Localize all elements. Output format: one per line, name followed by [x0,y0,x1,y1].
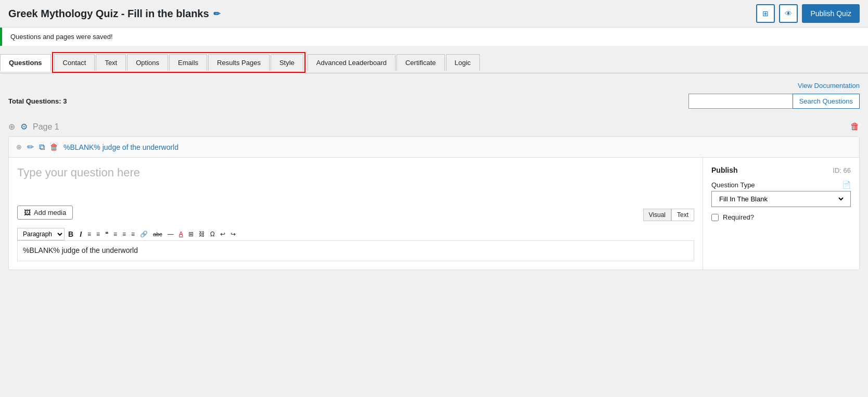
question-drag-handle[interactable]: ⊕ [16,143,22,151]
editor-toolbar: Paragraph B I ≡ ≡ ❝ ≡ ≡ ≡ 🔗 abc — A [17,228,694,240]
edit-title-icon[interactable]: ✏ [213,9,220,19]
total-questions-label: Total Questions: [8,97,61,105]
dash-button[interactable]: — [165,229,176,239]
page-section: ⊕ ⚙ Page 1 🗑 ⊕ ✏ ⧉ 🗑 %BLANK% judge of th… [8,117,860,270]
tab-questions[interactable]: Questions [0,54,51,71]
page-label: Page 1 [33,122,59,132]
page-title: Greek Mythology Quiz - Fill in the blank… [8,8,220,20]
editor-toolbar-row: 🖼 Add media Visual Text [17,206,694,224]
question-type-text: Question Type [711,181,755,189]
question-type-select-wrapper[interactable]: Fill In The Blank [711,191,851,207]
expand-icon: ⊞ [762,9,769,18]
tab-options[interactable]: Options [127,54,168,71]
app-header: Greek Mythology Quiz - Fill in the blank… [0,0,868,28]
align-center-button[interactable]: ≡ [120,229,128,239]
color-button[interactable]: A [177,229,185,239]
tabs-wrapper: Questions Contact Text Options Emails Re… [0,46,868,73]
question-sidebar: Publish ID: 66 Question Type 📄 Fill In T… [703,158,859,270]
link-button[interactable]: 🔗 [138,229,150,239]
tab-advanced-leaderboard[interactable]: Advanced Leaderboard [308,54,395,71]
visual-text-tabs: Visual Text [643,209,694,221]
required-row: Required? [711,213,851,221]
search-area: Search Questions [688,94,860,109]
notice-text: Questions and pages were saved! [10,33,113,41]
preview-button[interactable]: 👁 [779,4,798,23]
required-label: Required? [723,213,754,221]
add-media-icon: 🖼 [24,209,31,216]
question-placeholder[interactable]: Type your question here [17,166,694,197]
omega-button[interactable]: Ω [208,229,217,239]
editor-content[interactable]: %BLANK% judge of the underworld [17,240,694,261]
tabs-container: Questions Contact Text Options Emails Re… [0,52,868,73]
view-documentation-link[interactable]: View Documentation [8,82,860,89]
highlighted-tabs-group: Contact Text Options Emails Results Page… [52,52,305,73]
align-left-button[interactable]: ≡ [111,229,119,239]
main-content: View Documentation Total Questions: 3 Se… [0,73,868,287]
table-button[interactable]: ⊞ [186,229,196,239]
align-right-button[interactable]: ≡ [129,229,137,239]
total-questions: Total Questions: 3 [8,97,67,105]
total-questions-count: 3 [63,97,67,105]
tab-certificate[interactable]: Certificate [397,54,445,71]
add-media-button[interactable]: 🖼 Add media [17,206,73,220]
search-questions-button[interactable]: Search Questions [793,94,860,109]
add-media-label: Add media [34,209,66,216]
expand-button[interactable]: ⊞ [756,4,775,23]
text-tab[interactable]: Text [671,209,694,221]
question-edit-icon[interactable]: ✏ [27,142,34,152]
required-checkbox[interactable] [711,214,719,221]
tab-contact[interactable]: Contact [54,54,95,71]
undo-button[interactable]: ↩ [218,229,227,239]
sidebar-id: ID: 66 [833,167,851,174]
unordered-list-button[interactable]: ≡ [94,229,102,239]
page-settings-icon[interactable]: ⚙ [20,122,28,132]
page-delete-icon[interactable]: 🗑 [850,121,860,132]
page-drag-handle[interactable]: ⊕ [8,122,15,132]
question-type-label: Question Type 📄 [711,181,851,189]
quote-button[interactable]: ❝ [103,229,110,239]
question-editor: Type your question here 🖼 Add media Visu… [9,158,703,270]
strikethrough-button[interactable]: abc [151,229,164,239]
question-copy-icon[interactable]: ⧉ [39,143,45,152]
question-delete-icon[interactable]: 🗑 [50,143,58,152]
publish-quiz-button[interactable]: Publish Quiz [802,4,860,23]
questions-header: Total Questions: 3 Search Questions [8,94,860,109]
question-type-doc-icon: 📄 [842,181,851,189]
visual-tab[interactable]: Visual [643,209,671,221]
header-actions: ⊞ 👁 Publish Quiz [756,4,860,23]
italic-button[interactable]: I [77,228,84,240]
tab-emails[interactable]: Emails [169,54,207,71]
sidebar-publish-title: Publish [711,166,738,174]
tab-text[interactable]: Text [96,54,126,71]
page-header: ⊕ ⚙ Page 1 🗑 [8,117,860,136]
question-card: ⊕ ✏ ⧉ 🗑 %BLANK% judge of the underworld … [8,136,860,270]
save-notice: Questions and pages were saved! [0,28,868,46]
question-body: Type your question here 🖼 Add media Visu… [9,158,859,270]
question-title: %BLANK% judge of the underworld [63,143,178,151]
question-card-header: ⊕ ✏ ⧉ 🗑 %BLANK% judge of the underworld [9,137,859,158]
tab-style[interactable]: Style [271,54,303,71]
search-questions-input[interactable] [688,94,793,109]
sidebar-publish-header: Publish ID: 66 [711,166,851,174]
ordered-list-button[interactable]: ≡ [85,229,93,239]
tab-logic[interactable]: Logic [446,54,480,71]
tab-results-pages[interactable]: Results Pages [208,54,270,71]
redo-button[interactable]: ↪ [228,229,238,239]
bold-button[interactable]: B [66,228,76,240]
preview-icon: 👁 [785,9,792,18]
chain-button[interactable]: ⛓ [197,229,207,239]
title-text: Greek Mythology Quiz - Fill in the blank… [8,8,209,20]
paragraph-select[interactable]: Paragraph [17,228,65,240]
question-type-dropdown[interactable]: Fill In The Blank [717,195,845,203]
